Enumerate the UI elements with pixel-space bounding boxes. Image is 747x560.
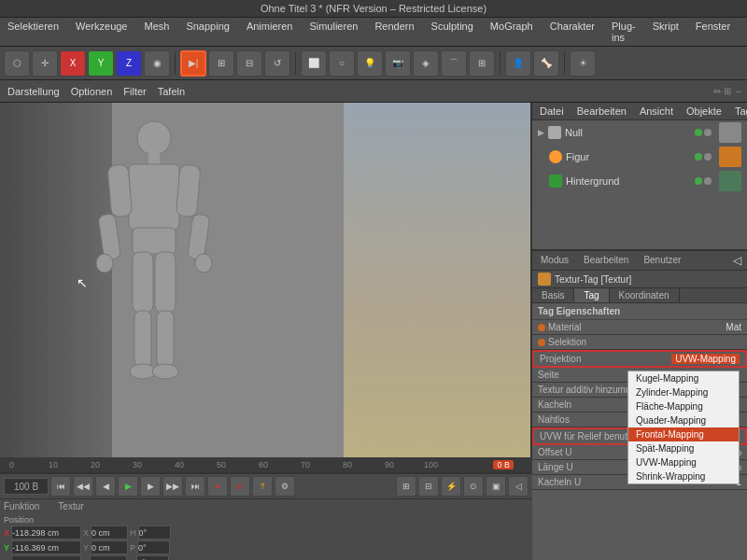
koordinaten-tab[interactable]: Koordinaten [610, 288, 680, 302]
step-back-btn[interactable]: ◀ [95, 476, 116, 497]
spat-option[interactable]: Spät-Mapping [628, 441, 739, 455]
play-btn[interactable]: ▶ [118, 476, 138, 497]
menu-fenster[interactable]: Fenster [692, 20, 734, 44]
mat-btn[interactable]: ◈ [413, 50, 439, 77]
cam-btn[interactable]: 📷 [385, 50, 411, 77]
menu-snapping[interactable]: Snapping [182, 20, 233, 44]
help-btn[interactable]: ? [252, 476, 273, 497]
winkel-p-input[interactable] [137, 540, 170, 554]
select-btn[interactable]: ⬡ [4, 50, 30, 77]
material-bullet [538, 324, 545, 331]
array-btn[interactable]: ⊞ [469, 50, 495, 77]
record-btn[interactable]: ● [207, 476, 228, 497]
cube-btn[interactable]: ⬜ [301, 50, 327, 77]
menu-sculpting[interactable]: Sculpting [428, 20, 477, 44]
obj-datei-menu[interactable]: Datei [536, 105, 568, 118]
funktion-label: Funktion [4, 501, 39, 511]
obj-null-item[interactable]: ▶ Null [532, 120, 747, 145]
collapse-panel-btn[interactable]: ◁ [733, 254, 741, 267]
extra-btn2[interactable]: ⊟ [418, 476, 439, 497]
figur-dot-1 [695, 153, 702, 161]
benutzer-tab[interactable]: Benutzer [641, 254, 684, 267]
uvw-option[interactable]: UVW-Mapping [628, 455, 739, 469]
bulb-icon[interactable]: ☀ [570, 50, 596, 77]
menu-mograph[interactable]: MoGraph [486, 20, 537, 44]
abm-z-input[interactable] [90, 555, 127, 560]
viewport-controls: ⇔ ⊞ ↔ [713, 86, 743, 96]
abm-y-input[interactable] [91, 540, 128, 554]
obj-figur-item[interactable]: Figur [532, 145, 747, 169]
optionen-menu[interactable]: Optionen [67, 85, 117, 98]
extra-btn3[interactable]: ⚡ [441, 476, 461, 497]
menu-rendern[interactable]: Rendern [371, 20, 417, 44]
winkel-h-input[interactable] [138, 525, 171, 539]
obj-hintergrund-item[interactable]: Hintergrund [532, 169, 747, 193]
modus-tab[interactable]: Modus [538, 254, 571, 267]
y-btn[interactable]: Y [88, 50, 114, 77]
flaeche-option[interactable]: Fläche-Mapping [628, 399, 739, 413]
frontal-option[interactable]: Frontal-Mapping [628, 427, 739, 441]
auto-key-btn[interactable]: ⊛ [230, 476, 250, 497]
bearbeiten-tab[interactable]: Bearbeiten [581, 254, 631, 267]
obj-objekte-menu[interactable]: Objekte [683, 105, 726, 118]
abm-x-input[interactable] [91, 525, 128, 539]
menu-mesh[interactable]: Mesh [140, 20, 173, 44]
move-btn[interactable]: ✛ [32, 50, 58, 77]
tag-tab[interactable]: Tag [574, 288, 609, 302]
viewport[interactable]: ↖ [0, 103, 532, 457]
pos-z-input[interactable] [11, 555, 81, 560]
null-icon [548, 126, 561, 139]
anim-key-btn[interactable]: ⊟ [236, 50, 262, 77]
title-bar: Ohne Titel 3 * (NFR Version – Restricted… [0, 0, 747, 18]
obj-bearbeiten-menu[interactable]: Bearbeiten [573, 105, 630, 118]
projektion-row[interactable]: Projektion UVW-Mapping Kugel-Mapping Zyl… [532, 350, 747, 368]
collapse-btn[interactable]: ◁ [508, 476, 529, 497]
menu-selektieren[interactable]: Selektieren [4, 20, 63, 44]
menu-animieren[interactable]: Animieren [243, 20, 297, 44]
x-btn[interactable]: X [60, 50, 86, 77]
projektion-dropdown[interactable]: Kugel-Mapping Zylinder-Mapping Fläche-Ma… [627, 371, 740, 484]
basis-tab[interactable]: Basis [532, 288, 574, 302]
goto-end-btn[interactable]: ⏭ [185, 476, 205, 497]
extra-btn4[interactable]: ⊙ [463, 476, 484, 497]
quader-option[interactable]: Quader-Mapping [628, 413, 739, 427]
anim-frame-btn[interactable]: ⊞ [208, 50, 234, 77]
shrink-option[interactable]: Shrink-Wrapping [628, 469, 739, 483]
zylinder-option[interactable]: Zylinder-Mapping [628, 385, 739, 399]
projektion-value[interactable]: UVW-Mapping [671, 354, 740, 364]
rig-btn[interactable]: 🦴 [533, 50, 559, 77]
goto-start-btn[interactable]: ⏮ [50, 476, 71, 497]
winkel-b-input[interactable] [136, 555, 169, 560]
anim-play-btn[interactable]: ▶| [180, 50, 206, 77]
step-fwd-btn[interactable]: ▶ [140, 476, 161, 497]
prev-frame-btn[interactable]: ◀◀ [73, 476, 93, 497]
pos-x-input[interactable] [11, 525, 81, 539]
settings-btn[interactable]: ⚙ [275, 476, 295, 497]
bend-btn[interactable]: ⌒ [441, 50, 467, 77]
menu-plugins[interactable]: Plug-ins [608, 20, 640, 44]
next-frame-btn[interactable]: ▶▶ [162, 476, 183, 497]
coord-btn[interactable]: ◉ [144, 50, 170, 77]
sphere-btn[interactable]: ○ [329, 50, 355, 77]
menu-werkzeuge[interactable]: Werkzeuge [72, 20, 131, 44]
extra-btn1[interactable]: ⊞ [396, 476, 416, 497]
menu-skript[interactable]: Skript [649, 20, 683, 44]
menu-hilfe[interactable]: Hilfe [743, 20, 747, 44]
light-btn[interactable]: 💡 [357, 50, 383, 77]
z-btn[interactable]: Z [116, 50, 142, 77]
start-frame-input[interactable] [4, 478, 49, 495]
obj-ansicht-menu[interactable]: Ansicht [636, 105, 677, 118]
tafeln-menu[interactable]: Tafeln [154, 85, 189, 98]
hintergrund-dot-2 [704, 177, 712, 185]
pos-y-input[interactable] [11, 540, 81, 554]
obj-tags-menu[interactable]: Tags [731, 105, 747, 118]
kugel-option[interactable]: Kugel-Mapping [628, 371, 739, 385]
material-row: Material Mat [532, 320, 747, 335]
menu-charakter[interactable]: Charakter [546, 20, 599, 44]
darstellung-menu[interactable]: Darstellung [4, 85, 63, 98]
extra-btn5[interactable]: ▣ [486, 476, 506, 497]
anim-loop-btn[interactable]: ↺ [264, 50, 290, 77]
filter-menu[interactable]: Filter [120, 85, 149, 98]
char-btn[interactable]: 👤 [505, 50, 531, 77]
menu-simulieren[interactable]: Simulieren [305, 20, 361, 44]
